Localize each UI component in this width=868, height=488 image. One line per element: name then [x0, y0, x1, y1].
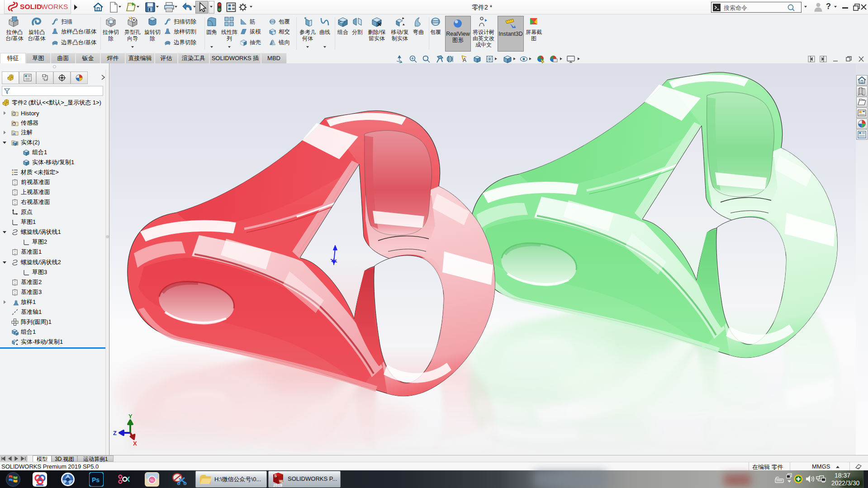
svg-text:SOLID: SOLID	[20, 3, 42, 10]
svg-text:2019: 2019	[273, 483, 282, 487]
svg-text:%: %	[150, 478, 154, 483]
svg-text:WORKS: WORKS	[41, 3, 68, 10]
svg-text:A: A	[13, 132, 15, 135]
svg-text:Z: Z	[113, 430, 117, 436]
svg-text:S: S	[274, 474, 277, 478]
svg-text:Y: Y	[128, 414, 133, 420]
svg-text:A: A	[463, 57, 466, 63]
svg-text:Ps: Ps	[92, 476, 100, 483]
svg-text:X: X	[133, 440, 137, 447]
